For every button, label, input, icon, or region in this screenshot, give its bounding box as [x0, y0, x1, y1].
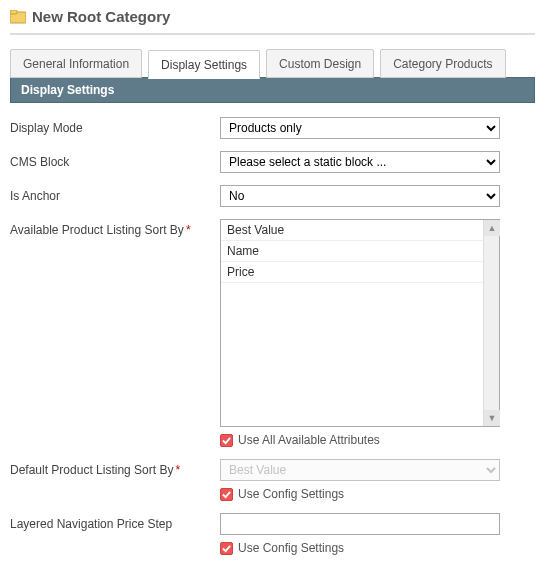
- label-display-mode: Display Mode: [10, 117, 220, 135]
- scroll-up-icon[interactable]: ▲: [484, 220, 500, 236]
- select-display-mode[interactable]: Products only: [220, 117, 500, 139]
- checkbox-use-all-attributes[interactable]: [220, 434, 233, 447]
- folder-icon: [10, 10, 26, 24]
- row-available-sort: Available Product Listing Sort By* Best …: [10, 219, 535, 447]
- row-display-mode: Display Mode Products only: [10, 117, 535, 139]
- row-is-anchor: Is Anchor No: [10, 185, 535, 207]
- select-is-anchor[interactable]: No: [220, 185, 500, 207]
- multiselect-available-sort[interactable]: Best Value Name Price ▲ ▼: [220, 219, 500, 427]
- svg-rect-1: [10, 10, 17, 14]
- option-name[interactable]: Name: [221, 241, 499, 262]
- tab-bar: General Information Display Settings Cus…: [0, 49, 545, 78]
- scrollbar[interactable]: ▲ ▼: [483, 220, 499, 426]
- required-asterisk: *: [175, 463, 180, 477]
- input-price-step[interactable]: [220, 513, 500, 535]
- option-price[interactable]: Price: [221, 262, 499, 283]
- row-cms-block: CMS Block Please select a static block .…: [10, 151, 535, 173]
- tab-general-information[interactable]: General Information: [10, 49, 142, 78]
- tab-category-products[interactable]: Category Products: [380, 49, 505, 78]
- checkbox-price-step-use-config-label[interactable]: Use Config Settings: [238, 541, 344, 555]
- scroll-down-icon[interactable]: ▼: [484, 410, 500, 426]
- label-is-anchor: Is Anchor: [10, 185, 220, 203]
- option-best-value[interactable]: Best Value: [221, 220, 499, 241]
- label-available-sort: Available Product Listing Sort By*: [10, 219, 220, 237]
- section-header: Display Settings: [10, 77, 535, 103]
- checkbox-default-sort-use-config[interactable]: [220, 488, 233, 501]
- label-available-sort-text: Available Product Listing Sort By: [10, 223, 184, 237]
- checkbox-use-all-attributes-label[interactable]: Use All Available Attributes: [238, 433, 380, 447]
- checkbox-default-sort-use-config-label[interactable]: Use Config Settings: [238, 487, 344, 501]
- page-header: New Root Category: [0, 0, 545, 31]
- tab-display-settings[interactable]: Display Settings: [148, 50, 260, 79]
- form-area: Display Mode Products only CMS Block Ple…: [0, 103, 545, 575]
- label-price-step: Layered Navigation Price Step: [10, 513, 220, 531]
- select-cms-block[interactable]: Please select a static block ...: [220, 151, 500, 173]
- label-cms-block: CMS Block: [10, 151, 220, 169]
- divider: [10, 33, 535, 35]
- tab-custom-design[interactable]: Custom Design: [266, 49, 374, 78]
- required-asterisk: *: [186, 223, 191, 237]
- row-default-sort: Default Product Listing Sort By* Best Va…: [10, 459, 535, 501]
- checkbox-price-step-use-config[interactable]: [220, 542, 233, 555]
- label-default-sort-text: Default Product Listing Sort By: [10, 463, 173, 477]
- page-title: New Root Category: [32, 8, 170, 25]
- label-default-sort: Default Product Listing Sort By*: [10, 459, 220, 477]
- row-price-step: Layered Navigation Price Step Use Config…: [10, 513, 535, 555]
- select-default-sort[interactable]: Best Value: [220, 459, 500, 481]
